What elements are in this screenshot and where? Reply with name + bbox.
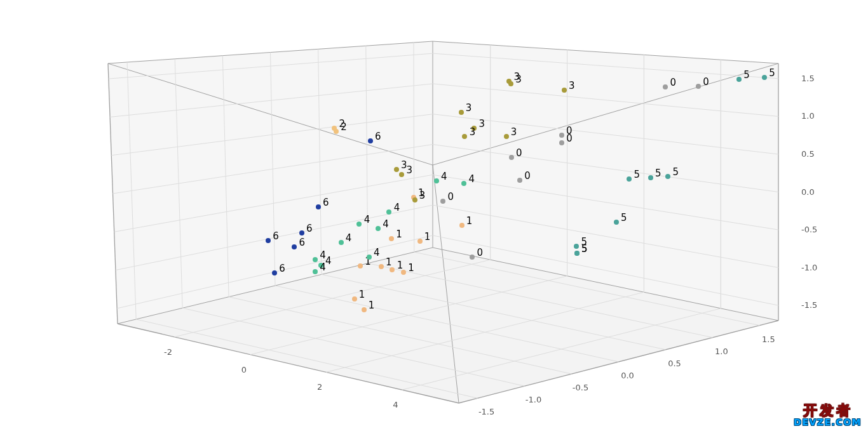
svg-text:1.5: 1.5	[762, 335, 775, 344]
svg-text:-1.0: -1.0	[801, 263, 817, 272]
svg-text:0: 0	[241, 365, 247, 375]
scatter-3d-plot: -2024-1.5-1.0-0.50.00.51.01.5-1.5-1.0-0.…	[0, 0, 868, 431]
watermark: 开发者 DEVZE.COM	[794, 403, 862, 427]
watermark-line1: 开发者	[794, 403, 862, 418]
svg-text:-1.0: -1.0	[526, 395, 541, 404]
axes-frame: -2024-1.5-1.0-0.50.00.51.01.5-1.5-1.0-0.…	[0, 0, 868, 431]
svg-text:-1.5: -1.5	[478, 407, 494, 416]
svg-text:4: 4	[393, 400, 398, 409]
svg-text:-0.5: -0.5	[801, 225, 817, 234]
svg-text:0.5: 0.5	[801, 149, 815, 159]
svg-text:0.0: 0.0	[801, 187, 815, 197]
svg-text:0.0: 0.0	[621, 371, 634, 380]
svg-text:0.5: 0.5	[668, 359, 681, 368]
svg-text:2: 2	[317, 382, 322, 392]
svg-text:-0.5: -0.5	[573, 383, 588, 392]
svg-text:1.5: 1.5	[801, 74, 815, 83]
svg-text:-1.5: -1.5	[801, 300, 817, 310]
svg-text:1.0: 1.0	[801, 111, 815, 121]
svg-text:1.0: 1.0	[715, 347, 728, 356]
watermark-line2: DEVZE.COM	[794, 418, 862, 427]
svg-text:-2: -2	[164, 347, 172, 357]
